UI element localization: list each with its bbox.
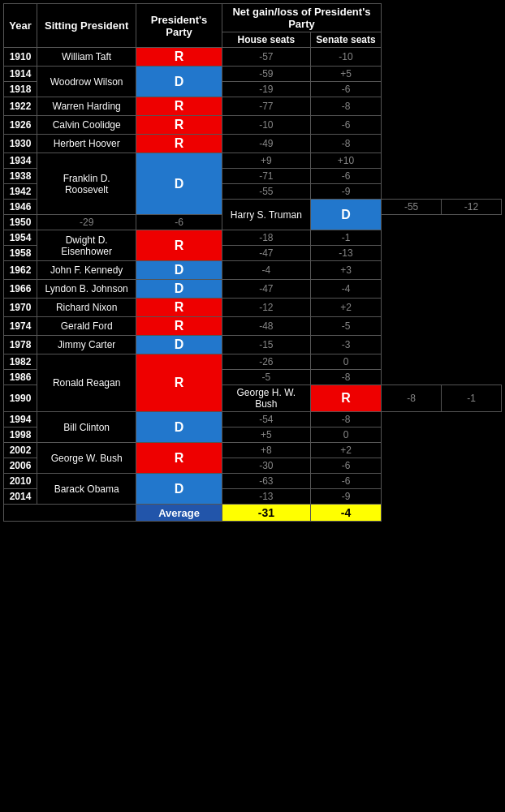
house-cell: -48 [222, 317, 310, 336]
table-row: 1966Lyndon B. JohnsonD-47-4 [4, 280, 502, 299]
house-cell: -71 [222, 169, 310, 184]
table-row: 1982Ronald ReaganR-260 [4, 354, 502, 370]
senate-cell: -6 [310, 169, 381, 184]
table-row: 1922Warren HardingR-77-8 [4, 97, 502, 116]
average-house: -31 [222, 505, 310, 522]
senate-cell: -12 [442, 200, 502, 215]
table-row: 1910William TaftR-57-10 [4, 48, 502, 67]
senate-cell: -5 [310, 317, 381, 336]
house-cell: -15 [222, 336, 310, 354]
senate-cell: -8 [310, 97, 381, 116]
average-row: Average -31 -4 [4, 505, 502, 522]
house-header: House seats [222, 32, 310, 48]
house-cell: -18 [222, 230, 310, 246]
house-cell: -59 [222, 67, 310, 82]
senate-cell: +3 [310, 261, 381, 280]
year-cell: 2014 [4, 489, 37, 505]
party-cell: R [136, 116, 222, 135]
president-cell: Bill Clinton [37, 412, 136, 443]
table-row: 1934Franklin D. RooseveltD+9+10 [4, 153, 502, 169]
house-cell: -57 [222, 48, 310, 67]
president-cell: John F. Kennedy [37, 261, 136, 280]
president-cell: Gerald Ford [37, 317, 136, 336]
year-cell: 1918 [4, 82, 37, 97]
president-cell: Jimmy Carter [37, 336, 136, 354]
house-cell: -55 [222, 184, 310, 200]
house-cell: -4 [222, 261, 310, 280]
house-cell: -49 [222, 135, 310, 153]
senate-header: Senate seats [310, 32, 381, 48]
year-cell: 1950 [4, 215, 37, 230]
house-cell: -13 [222, 489, 310, 505]
senate-cell: -6 [310, 458, 381, 474]
senate-cell: -3 [310, 336, 381, 354]
president-cell: Warren Harding [37, 97, 136, 116]
average-senate: -4 [310, 505, 381, 522]
table-row: 1954Dwight D. EisenhowerR-18-1 [4, 230, 502, 246]
main-wrapper: Year Sitting President President's Party… [0, 0, 505, 525]
table-row: 1978Jimmy CarterD-15-3 [4, 336, 502, 354]
senate-cell: +2 [310, 443, 381, 458]
table-row: 1962John F. KennedyD-4+3 [4, 261, 502, 280]
year-cell: 1922 [4, 97, 37, 116]
senate-cell: -6 [136, 215, 222, 230]
party-cell: D [136, 412, 222, 443]
year-cell: 1930 [4, 135, 37, 153]
year-cell: 1938 [4, 169, 37, 184]
house-cell: +9 [222, 153, 310, 169]
party-cell: R [136, 354, 222, 412]
table-row: 1930Herbert HooverR-49-8 [4, 135, 502, 153]
year-cell: 1994 [4, 412, 37, 427]
year-cell: 1986 [4, 370, 37, 385]
senate-cell: -6 [310, 82, 381, 97]
year-cell: 1954 [4, 230, 37, 246]
year-cell: 1998 [4, 427, 37, 443]
party-cell: R [136, 230, 222, 261]
house-cell: -30 [222, 458, 310, 474]
year-cell: 1910 [4, 48, 37, 67]
table-row: 1926Calvin CoolidgeR-10-6 [4, 116, 502, 135]
president-cell: Barack Obama [37, 474, 136, 505]
year-cell: 2006 [4, 458, 37, 474]
average-label: Average [136, 505, 222, 522]
year-cell: 1962 [4, 261, 37, 280]
president-cell: Harry S. Truman [222, 200, 310, 230]
senate-cell: -4 [310, 280, 381, 299]
party-cell: R [136, 97, 222, 116]
table-row: 1974Gerald FordR-48-5 [4, 317, 502, 336]
senate-cell: -13 [310, 246, 381, 261]
presidents-table: Year Sitting President President's Party… [3, 3, 502, 522]
senate-cell: -1 [442, 385, 502, 412]
party-header: President's Party [136, 4, 222, 48]
president-cell: George W. Bush [37, 443, 136, 474]
year-cell: 1934 [4, 153, 37, 169]
house-cell: -26 [222, 354, 310, 370]
senate-cell: -8 [310, 412, 381, 427]
president-cell: Calvin Coolidge [37, 116, 136, 135]
house-cell: -47 [222, 280, 310, 299]
table-row: 2010Barack ObamaD-63-6 [4, 474, 502, 489]
party-cell: D [136, 336, 222, 354]
table-row: 1994Bill ClintonD-54-8 [4, 412, 502, 427]
year-cell: 1942 [4, 184, 37, 200]
president-cell: George H. W. Bush [222, 385, 310, 412]
party-cell: D [136, 67, 222, 97]
president-cell: William Taft [37, 48, 136, 67]
year-cell: 1946 [4, 200, 37, 215]
president-cell: Franklin D. Roosevelt [37, 153, 136, 215]
year-cell: 1926 [4, 116, 37, 135]
senate-cell: -6 [310, 116, 381, 135]
president-cell: Woodrow Wilson [37, 67, 136, 97]
table-row: 1970Richard NixonR-12+2 [4, 299, 502, 317]
house-cell: -5 [222, 370, 310, 385]
year-header: Year [4, 4, 37, 48]
party-cell: D [136, 261, 222, 280]
year-cell: 2010 [4, 474, 37, 489]
senate-cell: +10 [310, 153, 381, 169]
header-row-1: Year Sitting President President's Party… [4, 4, 502, 32]
senate-cell: -9 [310, 489, 381, 505]
senate-cell: +5 [310, 67, 381, 82]
party-cell: D [310, 200, 381, 230]
senate-cell: -1 [310, 230, 381, 246]
year-cell: 1966 [4, 280, 37, 299]
